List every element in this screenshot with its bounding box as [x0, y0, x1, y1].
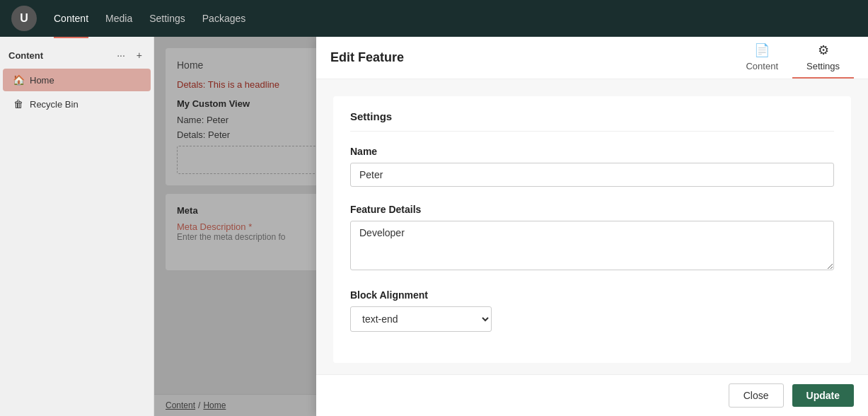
trash-icon: 🗑 [13, 98, 24, 110]
close-button[interactable]: Close [729, 383, 784, 408]
settings-section: Settings Name Feature Details Developer … [333, 96, 851, 363]
sidebar: Content ··· + 🏠 Home 🗑 Recycle Bin [0, 37, 154, 416]
sidebar-title: Content [8, 50, 43, 61]
block-alignment-select[interactable]: text-start text-center text-end [350, 306, 492, 332]
settings-tab-icon: ⚙ [818, 42, 829, 58]
tab-content-label: Content [746, 61, 778, 71]
nav-content[interactable]: Content [54, 10, 88, 27]
sidebar-item-home-label: Home [30, 75, 54, 86]
nav-settings[interactable]: Settings [149, 10, 185, 27]
sidebar-item-recycle-bin[interactable]: 🗑 Recycle Bin [3, 93, 151, 115]
name-field-group: Name [350, 146, 834, 187]
feature-details-label: Feature Details [350, 204, 834, 215]
update-button[interactable]: Update [792, 384, 854, 407]
edit-feature-modal: Edit Feature 📄 Content ⚙ Settings Settin… [316, 37, 868, 416]
tab-settings-label: Settings [806, 61, 840, 71]
nav-media[interactable]: Media [105, 10, 132, 27]
sidebar-header: Content ··· + [0, 42, 154, 68]
block-alignment-field-group: Block Alignment text-start text-center t… [350, 289, 834, 332]
content-area: Home Detals: This is a headline My Custo… [154, 37, 868, 416]
sidebar-add-button[interactable]: + [134, 48, 145, 62]
section-title: Settings [350, 110, 834, 132]
logo: U [11, 6, 37, 31]
modal-title: Edit Feature [330, 50, 404, 65]
modal-footer: Close Update [316, 374, 868, 416]
modal-header: Edit Feature 📄 Content ⚙ Settings [316, 37, 868, 79]
name-input[interactable] [350, 163, 834, 187]
feature-details-field-group: Feature Details Developer [350, 204, 834, 272]
sidebar-more-button[interactable]: ··· [114, 48, 128, 62]
tab-settings[interactable]: ⚙ Settings [792, 37, 854, 79]
feature-details-textarea[interactable]: Developer [350, 221, 834, 270]
tab-content[interactable]: 📄 Content [731, 37, 792, 79]
name-label: Name [350, 146, 834, 157]
sidebar-item-home[interactable]: 🏠 Home [3, 69, 151, 91]
modal-body: Settings Name Feature Details Developer … [316, 79, 868, 374]
sidebar-item-recycle-bin-label: Recycle Bin [30, 99, 79, 110]
nav-packages[interactable]: Packages [202, 10, 245, 27]
content-tab-icon: 📄 [754, 42, 770, 58]
top-nav: U Content Media Settings Packages [0, 0, 868, 37]
main-area: Content ··· + 🏠 Home 🗑 Recycle Bin Home … [0, 37, 868, 416]
block-alignment-label: Block Alignment [350, 289, 834, 301]
home-icon: 🏠 [13, 74, 24, 86]
modal-tabs: 📄 Content ⚙ Settings [731, 37, 854, 79]
sidebar-header-actions: ··· + [114, 48, 145, 62]
